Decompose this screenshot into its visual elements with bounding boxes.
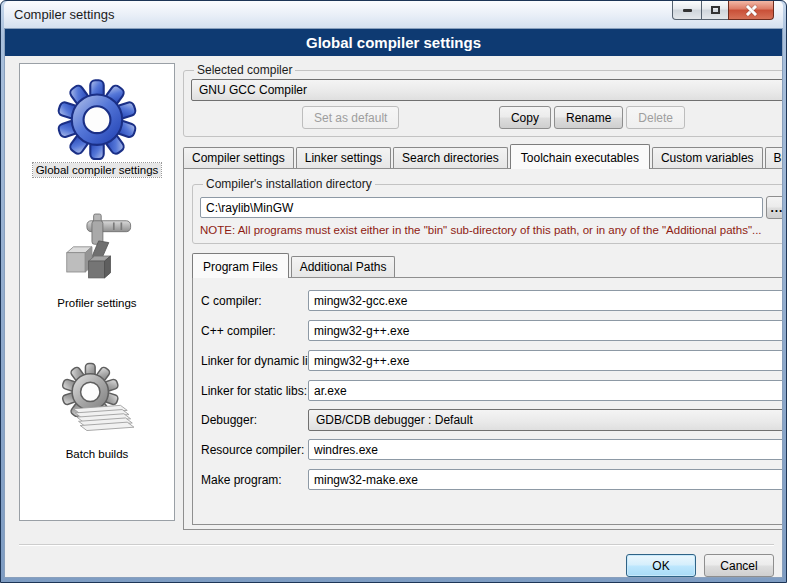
main-panel: Selected compiler GNU GCC Compiler ▼ Set… (183, 63, 783, 538)
sidebar-item-label: Batch builds (63, 447, 132, 461)
dialog-client-area: Global compiler settings (4, 28, 783, 578)
cpp-compiler-input[interactable] (308, 320, 783, 341)
dynamic-linker-input[interactable] (308, 350, 783, 371)
titlebar[interactable]: Compiler settings (4, 1, 783, 28)
dynamic-linker-label: Linker for dynamic libs: (201, 354, 302, 368)
sidebar-item-batch-builds[interactable]: Batch builds (55, 360, 139, 461)
tab-custom-variables[interactable]: Custom variables (652, 147, 763, 168)
compiler-select-value: GNU GCC Compiler (199, 83, 307, 97)
dialog-footer: OK Cancel (19, 544, 774, 577)
ok-button[interactable]: OK (626, 554, 696, 577)
installation-directory-label: Compiler's installation directory (203, 177, 375, 191)
caption-buttons (673, 1, 774, 20)
make-program-label: Make program: (201, 473, 302, 487)
cancel-button[interactable]: Cancel (704, 554, 774, 577)
resource-compiler-label: Resource compiler: (201, 443, 302, 457)
field-row-c-compiler: C compiler: ... (201, 289, 783, 312)
debugger-select-value: GDB/CDB debugger : Default (316, 413, 473, 427)
sidebar-item-profiler-settings[interactable]: Profiler settings (54, 209, 139, 310)
field-row-dynamic-linker: Linker for dynamic libs: ... (201, 349, 783, 372)
selected-compiler-group: Selected compiler GNU GCC Compiler ▼ Set… (183, 63, 783, 137)
field-row-debugger: Debugger: GDB/CDB debugger : Default ▼ (201, 409, 783, 431)
tab-linker-settings[interactable]: Linker settings (296, 147, 391, 168)
installation-directory-row: ... Auto-detect (200, 196, 783, 219)
field-row-cpp-compiler: C++ compiler: ... (201, 319, 783, 342)
compiler-actions: Set as default Copy Rename Delete Reset … (191, 106, 783, 129)
sidebar-item-global-compiler-settings[interactable]: Global compiler settings (33, 76, 162, 177)
browse-directory-button[interactable]: ... (766, 196, 783, 219)
c-compiler-input[interactable] (308, 290, 783, 311)
caliper-icon (55, 209, 139, 293)
set-as-default-button[interactable]: Set as default (302, 106, 399, 129)
debugger-select[interactable]: GDB/CDB debugger : Default ▼ (308, 409, 783, 431)
toolchain-subtabstrip: Program Files Additional Paths (192, 253, 783, 277)
sidebar-item-label: Profiler settings (54, 296, 139, 310)
close-button[interactable] (728, 1, 774, 20)
subtab-additional-paths[interactable]: Additional Paths (291, 256, 396, 277)
note-text: NOTE: All programs must exist either in … (200, 224, 783, 236)
sidebar-item-label: Global compiler settings (33, 163, 162, 177)
static-linker-input[interactable] (308, 380, 783, 401)
debugger-label: Debugger: (201, 413, 302, 427)
rename-button[interactable]: Rename (554, 106, 623, 129)
maximize-button[interactable] (701, 1, 729, 20)
selected-compiler-group-label: Selected compiler (194, 63, 295, 77)
minimize-button[interactable] (672, 1, 702, 20)
subtab-program-files[interactable]: Program Files (192, 253, 289, 278)
static-linker-label: Linker for static libs: (201, 384, 302, 398)
maximize-icon (711, 6, 720, 14)
minimize-icon (683, 9, 692, 12)
compiler-settings-window: Compiler settings Global compiler settin… (0, 0, 787, 583)
copy-button[interactable]: Copy (499, 106, 551, 129)
field-row-static-linker: Linker for static libs: ... (201, 379, 783, 402)
delete-button[interactable]: Delete (626, 106, 685, 129)
installation-directory-group: Compiler's installation directory ... Au… (192, 177, 783, 244)
installation-directory-input[interactable] (200, 197, 763, 218)
program-files-page: C compiler: ... C++ compiler: ... Linker… (192, 277, 783, 525)
field-row-make-program: Make program: ... (201, 468, 783, 491)
settings-tabstrip: Compiler settings Linker settings Search… (183, 144, 783, 168)
compiler-select[interactable]: GNU GCC Compiler ▼ (191, 79, 783, 101)
tab-build-options[interactable]: Build options (765, 147, 783, 168)
toolchain-executables-page: Compiler's installation directory ... Au… (183, 168, 783, 530)
settings-category-list: Global compiler settings (19, 63, 175, 521)
field-row-resource-compiler: Resource compiler: ... (201, 438, 783, 461)
tab-compiler-settings[interactable]: Compiler settings (183, 147, 294, 168)
gear-stack-icon (55, 360, 139, 444)
tab-toolchain-executables[interactable]: Toolchain executables (510, 144, 650, 169)
page-title: Global compiler settings (5, 29, 782, 56)
resource-compiler-input[interactable] (308, 439, 783, 460)
tab-search-directories[interactable]: Search directories (393, 147, 508, 168)
close-icon (746, 5, 757, 16)
make-program-input[interactable] (308, 469, 783, 490)
dialog-body: Global compiler settings (5, 56, 782, 538)
window-title: Compiler settings (14, 7, 114, 22)
c-compiler-label: C compiler: (201, 294, 302, 308)
cpp-compiler-label: C++ compiler: (201, 324, 302, 338)
gear-blue-icon (55, 76, 139, 160)
